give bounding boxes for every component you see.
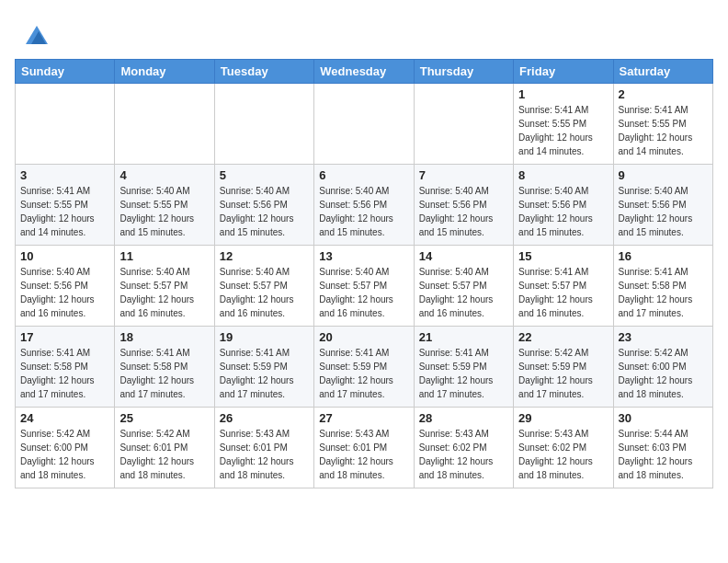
day-number: 20 <box>319 330 408 344</box>
day-info: Sunrise: 5:41 AM Sunset: 5:58 PM Dayligh… <box>619 265 708 320</box>
calendar-week-row: 17Sunrise: 5:41 AM Sunset: 5:58 PM Dayli… <box>16 327 713 408</box>
day-info: Sunrise: 5:40 AM Sunset: 5:57 PM Dayligh… <box>119 265 209 320</box>
day-info: Sunrise: 5:41 AM Sunset: 5:57 PM Dayligh… <box>518 265 608 320</box>
day-info: Sunrise: 5:40 AM Sunset: 5:57 PM Dayligh… <box>220 265 309 320</box>
day-number: 29 <box>518 411 608 425</box>
calendar-cell: 24Sunrise: 5:42 AM Sunset: 6:00 PM Dayli… <box>16 408 115 488</box>
calendar-cell: 1Sunrise: 5:41 AM Sunset: 5:55 PM Daylig… <box>514 84 613 165</box>
day-number: 22 <box>518 330 608 344</box>
calendar-cell: 2Sunrise: 5:41 AM Sunset: 5:55 PM Daylig… <box>613 84 712 165</box>
calendar-cell: 29Sunrise: 5:43 AM Sunset: 6:02 PM Dayli… <box>514 408 613 488</box>
day-info: Sunrise: 5:40 AM Sunset: 5:56 PM Dayligh… <box>220 184 309 239</box>
day-number: 30 <box>619 411 708 425</box>
day-info: Sunrise: 5:43 AM Sunset: 6:01 PM Dayligh… <box>220 427 309 482</box>
calendar-cell: 12Sunrise: 5:40 AM Sunset: 5:57 PM Dayli… <box>214 246 313 327</box>
day-number: 16 <box>619 249 708 263</box>
calendar-body: 1Sunrise: 5:41 AM Sunset: 5:55 PM Daylig… <box>16 84 713 488</box>
logo <box>15 18 51 52</box>
day-number: 1 <box>518 87 608 101</box>
calendar-cell: 23Sunrise: 5:42 AM Sunset: 6:00 PM Dayli… <box>613 327 712 408</box>
calendar-cell: 18Sunrise: 5:41 AM Sunset: 5:58 PM Dayli… <box>115 327 214 408</box>
day-info: Sunrise: 5:43 AM Sunset: 6:01 PM Dayligh… <box>319 427 408 482</box>
day-info: Sunrise: 5:40 AM Sunset: 5:56 PM Dayligh… <box>619 184 708 239</box>
calendar-cell: 26Sunrise: 5:43 AM Sunset: 6:01 PM Dayli… <box>214 408 313 488</box>
calendar-header: SundayMondayTuesdayWednesdayThursdayFrid… <box>16 60 713 84</box>
day-number: 5 <box>220 168 309 182</box>
calendar-cell: 15Sunrise: 5:41 AM Sunset: 5:57 PM Dayli… <box>514 246 613 327</box>
calendar-week-row: 3Sunrise: 5:41 AM Sunset: 5:55 PM Daylig… <box>16 165 713 246</box>
day-number: 6 <box>319 168 408 182</box>
calendar-cell: 16Sunrise: 5:41 AM Sunset: 5:58 PM Dayli… <box>613 246 712 327</box>
calendar-cell <box>115 84 214 165</box>
day-info: Sunrise: 5:41 AM Sunset: 5:55 PM Dayligh… <box>20 184 109 239</box>
header <box>15 15 713 52</box>
day-info: Sunrise: 5:40 AM Sunset: 5:57 PM Dayligh… <box>319 265 408 320</box>
day-info: Sunrise: 5:40 AM Sunset: 5:57 PM Dayligh… <box>419 265 508 320</box>
day-info: Sunrise: 5:40 AM Sunset: 5:55 PM Dayligh… <box>119 184 209 239</box>
calendar-cell: 19Sunrise: 5:41 AM Sunset: 5:59 PM Dayli… <box>214 327 313 408</box>
calendar-cell: 21Sunrise: 5:41 AM Sunset: 5:59 PM Dayli… <box>414 327 513 408</box>
calendar-cell: 7Sunrise: 5:40 AM Sunset: 5:56 PM Daylig… <box>414 165 513 246</box>
calendar-cell: 6Sunrise: 5:40 AM Sunset: 5:56 PM Daylig… <box>314 165 414 246</box>
calendar-cell: 14Sunrise: 5:40 AM Sunset: 5:57 PM Dayli… <box>414 246 513 327</box>
day-number: 15 <box>518 249 608 263</box>
day-number: 2 <box>619 87 708 101</box>
calendar-cell: 3Sunrise: 5:41 AM Sunset: 5:55 PM Daylig… <box>16 165 115 246</box>
day-number: 23 <box>619 330 708 344</box>
day-number: 13 <box>319 249 408 263</box>
calendar-cell <box>414 84 513 165</box>
weekday-row: SundayMondayTuesdayWednesdayThursdayFrid… <box>16 60 713 84</box>
calendar-cell <box>16 84 115 165</box>
day-info: Sunrise: 5:40 AM Sunset: 5:56 PM Dayligh… <box>419 184 508 239</box>
day-number: 18 <box>119 330 209 344</box>
day-info: Sunrise: 5:40 AM Sunset: 5:56 PM Dayligh… <box>518 184 608 239</box>
weekday-header: Friday <box>514 60 613 84</box>
calendar-cell: 13Sunrise: 5:40 AM Sunset: 5:57 PM Dayli… <box>314 246 414 327</box>
calendar-week-row: 1Sunrise: 5:41 AM Sunset: 5:55 PM Daylig… <box>16 84 713 165</box>
day-number: 11 <box>119 249 209 263</box>
day-number: 17 <box>20 330 109 344</box>
weekday-header: Thursday <box>414 60 513 84</box>
day-number: 12 <box>220 249 309 263</box>
day-info: Sunrise: 5:40 AM Sunset: 5:56 PM Dayligh… <box>20 265 109 320</box>
day-info: Sunrise: 5:43 AM Sunset: 6:02 PM Dayligh… <box>419 427 508 482</box>
day-info: Sunrise: 5:43 AM Sunset: 6:02 PM Dayligh… <box>518 427 608 482</box>
day-info: Sunrise: 5:41 AM Sunset: 5:59 PM Dayligh… <box>319 346 408 401</box>
calendar-cell: 20Sunrise: 5:41 AM Sunset: 5:59 PM Dayli… <box>314 327 414 408</box>
day-number: 8 <box>518 168 608 182</box>
calendar-week-row: 10Sunrise: 5:40 AM Sunset: 5:56 PM Dayli… <box>16 246 713 327</box>
weekday-header: Tuesday <box>214 60 313 84</box>
day-info: Sunrise: 5:44 AM Sunset: 6:03 PM Dayligh… <box>619 427 708 482</box>
day-number: 14 <box>419 249 508 263</box>
calendar-week-row: 24Sunrise: 5:42 AM Sunset: 6:00 PM Dayli… <box>16 408 713 488</box>
day-info: Sunrise: 5:41 AM Sunset: 5:55 PM Dayligh… <box>518 103 608 158</box>
day-info: Sunrise: 5:41 AM Sunset: 5:55 PM Dayligh… <box>619 103 708 158</box>
day-info: Sunrise: 5:42 AM Sunset: 6:00 PM Dayligh… <box>619 346 708 401</box>
day-number: 25 <box>119 411 209 425</box>
calendar-cell: 27Sunrise: 5:43 AM Sunset: 6:01 PM Dayli… <box>314 408 414 488</box>
day-number: 7 <box>419 168 508 182</box>
calendar-cell: 8Sunrise: 5:40 AM Sunset: 5:56 PM Daylig… <box>514 165 613 246</box>
calendar-cell: 28Sunrise: 5:43 AM Sunset: 6:02 PM Dayli… <box>414 408 513 488</box>
logo-icon <box>18 18 51 52</box>
calendar-cell: 17Sunrise: 5:41 AM Sunset: 5:58 PM Dayli… <box>16 327 115 408</box>
day-info: Sunrise: 5:41 AM Sunset: 5:58 PM Dayligh… <box>20 346 109 401</box>
calendar-table: SundayMondayTuesdayWednesdayThursdayFrid… <box>15 59 713 488</box>
day-number: 24 <box>20 411 109 425</box>
calendar-cell <box>314 84 414 165</box>
day-number: 3 <box>20 168 109 182</box>
page: SundayMondayTuesdayWednesdayThursdayFrid… <box>0 0 728 498</box>
calendar-cell: 11Sunrise: 5:40 AM Sunset: 5:57 PM Dayli… <box>115 246 214 327</box>
day-number: 9 <box>619 168 708 182</box>
day-info: Sunrise: 5:42 AM Sunset: 6:00 PM Dayligh… <box>20 427 109 482</box>
calendar-cell <box>214 84 313 165</box>
weekday-header: Monday <box>115 60 214 84</box>
day-info: Sunrise: 5:41 AM Sunset: 5:59 PM Dayligh… <box>419 346 508 401</box>
day-info: Sunrise: 5:40 AM Sunset: 5:56 PM Dayligh… <box>319 184 408 239</box>
day-number: 21 <box>419 330 508 344</box>
day-info: Sunrise: 5:41 AM Sunset: 5:59 PM Dayligh… <box>220 346 309 401</box>
weekday-header: Saturday <box>613 60 712 84</box>
calendar-cell: 25Sunrise: 5:42 AM Sunset: 6:01 PM Dayli… <box>115 408 214 488</box>
day-number: 19 <box>220 330 309 344</box>
day-number: 10 <box>20 249 109 263</box>
